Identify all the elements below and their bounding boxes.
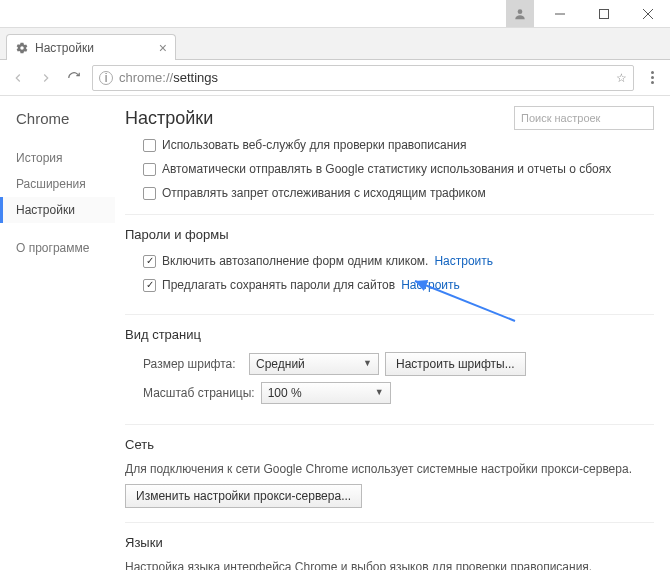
checkbox-spellcheck[interactable] <box>143 139 156 152</box>
button-customize-fonts[interactable]: Настроить шрифты... <box>385 352 526 376</box>
chevron-down-icon: ▼ <box>375 386 384 400</box>
label-dnt: Отправлять запрет отслеживания с исходящ… <box>162 184 486 202</box>
window-maximize-button[interactable] <box>582 0 626 27</box>
label-usage-stats: Автоматически отправлять в Google статис… <box>162 160 611 178</box>
window-titlebar <box>0 0 670 28</box>
svg-rect-2 <box>600 9 609 18</box>
section-network: Сеть Для подключения к сети Google Chrom… <box>125 437 654 523</box>
network-description: Для подключения к сети Google Chrome исп… <box>125 462 654 476</box>
languages-description: Настройка языка интерфейса Chrome и выбо… <box>125 560 654 570</box>
section-passwords: Пароли и формы Включить автозаполнение ф… <box>125 214 654 315</box>
sidebar-item-history[interactable]: История <box>16 145 115 171</box>
address-bar[interactable]: i chrome://settings ☆ <box>92 65 634 91</box>
sidebar-item-settings[interactable]: Настройки <box>0 197 115 223</box>
browser-menu-button[interactable] <box>642 71 662 84</box>
reload-button[interactable] <box>64 68 84 88</box>
tab-settings[interactable]: Настройки × <box>6 34 176 60</box>
section-appearance: Вид страниц Размер шрифта: Средний▼ Наст… <box>125 327 654 425</box>
dropdown-font-size[interactable]: Средний▼ <box>249 353 379 375</box>
dropdown-page-zoom[interactable]: 100 %▼ <box>261 382 391 404</box>
gear-icon <box>15 41 29 55</box>
window-minimize-button[interactable] <box>538 0 582 27</box>
checkbox-dnt[interactable] <box>143 187 156 200</box>
label-spellcheck: Использовать веб-службу для проверки пра… <box>162 136 466 154</box>
chrome-brand: Chrome <box>16 110 115 127</box>
sidebar-item-about[interactable]: О программе <box>16 235 115 261</box>
tab-strip: Настройки × <box>0 28 670 60</box>
url-text: chrome://settings <box>119 70 610 85</box>
page-title: Настройки <box>125 108 213 129</box>
heading-network: Сеть <box>125 437 654 452</box>
heading-passwords: Пароли и формы <box>125 227 654 242</box>
forward-button[interactable] <box>36 68 56 88</box>
link-save-passwords-configure[interactable]: Настроить <box>401 276 460 294</box>
chevron-down-icon: ▼ <box>363 357 372 371</box>
window-close-button[interactable] <box>626 0 670 27</box>
heading-appearance: Вид страниц <box>125 327 654 342</box>
label-save-passwords: Предлагать сохранять пароли для сайтов <box>162 276 395 294</box>
link-autofill-configure[interactable]: Настроить <box>434 252 493 270</box>
settings-search-input[interactable]: Поиск настроек <box>514 106 654 130</box>
checkbox-autofill[interactable] <box>143 255 156 268</box>
checkbox-usage-stats[interactable] <box>143 163 156 176</box>
sidebar-item-extensions[interactable]: Расширения <box>16 171 115 197</box>
settings-main: Настройки Поиск настроек Использовать ве… <box>115 96 670 570</box>
settings-sidebar: Chrome История Расширения Настройки О пр… <box>0 96 115 570</box>
bookmark-star-icon[interactable]: ☆ <box>616 71 627 85</box>
button-proxy-settings[interactable]: Изменить настройки прокси-сервера... <box>125 484 362 508</box>
checkbox-save-passwords[interactable] <box>143 279 156 292</box>
browser-toolbar: i chrome://settings ☆ <box>0 60 670 96</box>
site-info-icon[interactable]: i <box>99 71 113 85</box>
back-button[interactable] <box>8 68 28 88</box>
label-font-size: Размер шрифта: <box>143 355 243 373</box>
tab-title: Настройки <box>35 41 94 55</box>
heading-languages: Языки <box>125 535 654 550</box>
section-languages: Языки Настройка языка интерфейса Chrome … <box>125 535 654 570</box>
label-autofill: Включить автозаполнение форм одним клико… <box>162 252 428 270</box>
label-page-zoom: Масштаб страницы: <box>143 384 255 402</box>
svg-point-0 <box>518 9 523 14</box>
tab-close-icon[interactable]: × <box>159 41 167 55</box>
user-avatar-button[interactable] <box>506 0 534 27</box>
